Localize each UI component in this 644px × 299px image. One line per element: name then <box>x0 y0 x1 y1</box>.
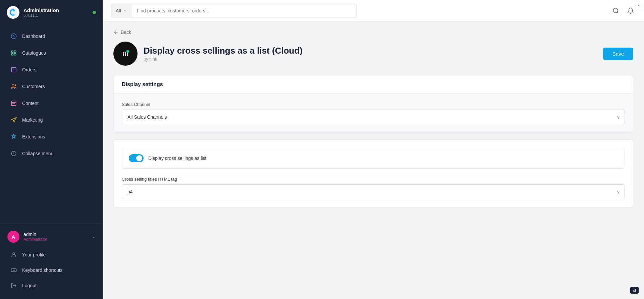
sidebar-header: Administration 6.4.11.1 <box>0 0 103 25</box>
search-input[interactable] <box>132 4 357 17</box>
plugin-settings-body: Display cross sellings as list Cross sel… <box>114 140 633 207</box>
keyboard-icon <box>10 266 17 274</box>
sidebar-item-label: Dashboard <box>22 34 45 39</box>
sidebar-title-area: Administration 6.4.11.1 <box>23 7 89 18</box>
topbar: All <box>103 0 644 21</box>
sales-channel-label: Sales Channel <box>122 102 625 107</box>
html-tag-label: Cross selling titles HTML tag <box>122 177 625 182</box>
avatar: A <box>7 231 19 243</box>
plugin-by: by flink <box>144 57 597 62</box>
svg-rect-5 <box>14 54 16 55</box>
sidebar-item-label: Content <box>22 101 39 106</box>
catalogues-icon <box>10 49 17 57</box>
toggle-label: Display cross sellings as list <box>148 156 207 161</box>
html-tag-select[interactable]: h1 h2 h3 h4 h5 h6 <box>122 184 625 199</box>
sales-channel-select[interactable]: All Sales Channels <box>122 110 625 124</box>
plugin-settings-card: Display cross sellings as list Cross sel… <box>113 139 633 207</box>
chevron-down-icon <box>123 9 127 13</box>
main-content: All Back fli <box>103 0 644 299</box>
search-filter-dropdown[interactable]: All <box>111 4 132 17</box>
app-name: Administration <box>23 7 89 13</box>
sidebar-item-logout[interactable]: Logout <box>3 278 100 293</box>
sidebar-item-collapse[interactable]: Collapse menu <box>3 145 100 162</box>
app-version: 6.4.11.1 <box>23 13 89 18</box>
toggle-row: Display cross sellings as list <box>122 148 625 169</box>
user-chevron-icon: ⌄ <box>92 234 95 239</box>
collapse-icon <box>10 150 17 157</box>
marketing-icon <box>10 116 17 124</box>
sidebar-item-label: Customers <box>22 84 45 89</box>
sidebar-item-label: Keyboard shortcuts <box>22 267 63 273</box>
sidebar-item-label: Your profile <box>22 252 46 257</box>
back-link[interactable]: Back <box>113 29 633 35</box>
user-name: admin <box>23 232 88 237</box>
display-settings-header: Display settings <box>114 75 633 94</box>
sidebar-item-content[interactable]: Content <box>3 95 100 111</box>
sidebar-item-label: Extensions <box>22 134 45 139</box>
sidebar-item-label: Orders <box>22 67 37 72</box>
app-logo <box>7 6 19 19</box>
save-button[interactable]: Save <box>603 48 633 60</box>
orders-icon <box>10 66 17 73</box>
html-tag-select-wrapper: h1 h2 h3 h4 h5 h6 <box>122 184 625 199</box>
plugin-title-area: Display cross sellings as a list (Cloud)… <box>144 46 597 62</box>
plugin-title: Display cross sellings as a list (Cloud) <box>144 46 597 56</box>
display-settings-card: Display settings Sales Channel All Sales… <box>113 75 633 133</box>
sidebar-item-orders[interactable]: Orders <box>3 62 100 78</box>
sf-badge: sf <box>630 287 639 294</box>
logout-icon <box>10 282 17 289</box>
back-label: Back <box>121 29 131 35</box>
svg-rect-4 <box>11 54 13 55</box>
plugin-header: fli Display cross sellings as a list (Cl… <box>113 42 633 66</box>
sidebar-item-label: Catalogues <box>22 50 46 56</box>
user-info: admin Administrator <box>23 232 88 242</box>
sidebar-item-label: Collapse menu <box>22 151 53 156</box>
svg-point-7 <box>12 84 14 86</box>
sidebar-item-label: Marketing <box>22 117 43 123</box>
search-filter-label: All <box>116 8 121 13</box>
sidebar-item-catalogues[interactable]: Catalogues <box>3 45 100 61</box>
svg-point-12 <box>613 8 618 12</box>
display-settings-body: Sales Channel All Sales Channels <box>114 94 633 132</box>
sales-channel-select-wrapper: All Sales Channels <box>122 110 625 124</box>
arrow-left-icon <box>113 29 119 35</box>
dashboard-icon <box>10 33 17 40</box>
sidebar-item-extensions[interactable]: Extensions <box>3 129 100 145</box>
svg-rect-11 <box>11 269 16 272</box>
sidebar-item-customers[interactable]: Customers <box>3 78 100 95</box>
sidebar-item-profile[interactable]: Your profile <box>3 247 100 262</box>
page-content: Back fli Display cross sellings as a lis… <box>103 21 644 299</box>
svg-rect-3 <box>14 51 16 52</box>
search-icon[interactable] <box>610 5 621 16</box>
online-indicator <box>93 11 96 14</box>
svg-rect-6 <box>11 67 16 72</box>
notification-icon[interactable] <box>625 5 636 16</box>
sidebar-item-marketing[interactable]: Marketing <box>3 112 100 128</box>
toggle-switch[interactable] <box>129 154 144 162</box>
profile-icon <box>10 251 17 258</box>
sidebar-item-dashboard[interactable]: Dashboard <box>3 28 100 44</box>
sidebar: Administration 6.4.11.1 Dashboard Catalo… <box>0 0 103 299</box>
sidebar-item-label: Logout <box>22 283 37 288</box>
sidebar-item-shortcuts[interactable]: Keyboard shortcuts <box>3 263 100 278</box>
extensions-icon <box>10 133 17 140</box>
toggle-slider <box>129 154 144 162</box>
sidebar-bottom: A admin Administrator ⌄ Your profile Key… <box>0 224 103 299</box>
sidebar-nav: Dashboard Catalogues Orders Customers Co <box>0 25 103 224</box>
search-container: All <box>111 4 357 17</box>
user-role: Administrator <box>23 237 88 242</box>
svg-point-15 <box>126 50 129 53</box>
plugin-logo: fli <box>113 42 138 66</box>
user-section[interactable]: A admin Administrator ⌄ <box>0 227 103 247</box>
customers-icon <box>10 83 17 90</box>
svg-rect-2 <box>11 51 13 52</box>
content-icon <box>10 100 17 107</box>
